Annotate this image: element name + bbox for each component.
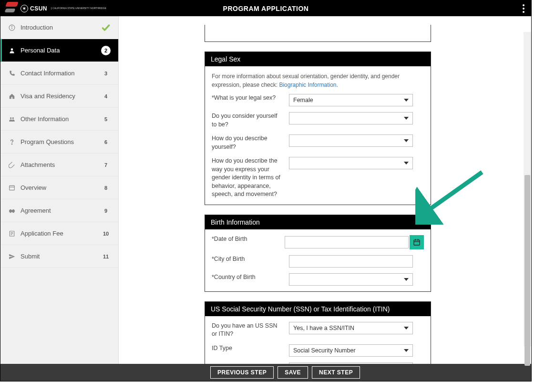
group-icon [8,116,16,123]
field-ssn-number: *SSN/ITIN [212,362,424,364]
card-body: *Date of Birth *City of Birth [205,229,431,291]
field-label: Do you consider yourself to be? [212,112,282,129]
question-icon [8,139,16,145]
main-content: Legal Sex For more information about sex… [119,16,531,364]
home-icon [8,93,16,100]
sidebar-nav: Introduction Personal Data 2 Contact Inf… [0,16,119,364]
sidebar-item-label: Attachments [21,161,101,168]
previous-step-button[interactable]: PREVIOUS STEP [210,366,274,379]
svg-point-2 [12,26,12,26]
sidebar-item-label: Agreement [21,207,101,214]
field-label: *Country of Birth [212,273,282,282]
legal-sex-select[interactable]: Female [289,94,413,106]
page-title: PROGRAM APPLICATION [223,5,309,12]
logo-subtitle: CALIFORNIA STATE UNIVERSITY NORTHRIDGE [51,7,106,10]
sidebar-item-program-questions[interactable]: Program Questions 6 [0,131,118,154]
step-badge: 11 [101,252,111,261]
field-label: How do you describe the way you express … [212,157,282,199]
field-label: Do you have an US SSN or ITIN? [212,322,282,339]
sidebar-item-label: Contact Information [21,70,101,77]
describe-yourself-select[interactable] [289,134,413,147]
consider-yourself-select[interactable] [289,112,413,124]
sidebar-item-application-fee[interactable]: Application Fee 10 [0,222,118,245]
field-id-type: ID Type Social Security Number [212,344,424,357]
step-badge: 2 [101,46,111,55]
send-icon [8,253,16,260]
partial-card-top [205,25,431,42]
sidebar-item-label: Application Fee [21,230,101,237]
svg-rect-13 [414,240,420,245]
person-icon [8,47,16,54]
overview-icon [8,185,16,191]
info-suffix: . [337,82,338,88]
gender-expression-select[interactable] [289,157,413,169]
app-window: ✶ CSUN CALIFORNIA STATE UNIVERSITY NORTH… [0,0,532,382]
ssn-card: US Social Security Number (SSN) or Tax I… [205,301,431,364]
ssn-input[interactable] [289,362,413,364]
svg-rect-7 [10,186,15,190]
scrollbar-thumb[interactable] [524,175,530,366]
sidebar-item-submit[interactable]: Submit 11 [0,245,118,268]
sidebar-item-label: Submit [21,253,101,260]
svg-point-5 [12,117,14,119]
sidebar-item-overview[interactable]: Overview 8 [0,176,118,199]
svg-point-6 [11,144,12,144]
card-header: Birth Information [205,215,431,229]
biographic-info-link[interactable]: Biographic Information [279,82,336,88]
sidebar-item-introduction[interactable]: Introduction [0,16,118,39]
field-label: *What is your legal sex? [212,94,282,103]
save-button[interactable]: SAVE [278,366,308,379]
city-of-birth-input[interactable] [289,255,413,268]
field-label: *Date of Birth [212,235,278,244]
field-country-of-birth: *Country of Birth [212,273,424,286]
body-container: Introduction Personal Data 2 Contact Inf… [0,16,531,364]
logo-text: CSUN [30,5,47,12]
legal-sex-card: Legal Sex For more information about sex… [205,52,431,205]
csun-logo: ✶ CSUN CALIFORNIA STATE UNIVERSITY NORTH… [21,5,106,12]
field-label: ID Type [212,344,282,353]
card-body: For more information about sexual orient… [205,66,431,205]
sidebar-item-attachments[interactable]: Attachments 7 [0,154,118,176]
next-step-button[interactable]: NEXT STEP [312,366,360,379]
field-consider-yourself: Do you consider yourself to be? [212,112,424,129]
sidebar-item-personal-data[interactable]: Personal Data 2 [0,39,118,62]
scrollbar-track[interactable] [524,32,531,347]
step-badge: 6 [101,137,111,147]
sidebar-item-label: Personal Data [21,47,101,54]
field-city-of-birth: *City of Birth [212,255,424,268]
card-header: Legal Sex [205,52,431,66]
step-badge: 3 [101,69,111,78]
calendar-icon [413,238,421,246]
step-badge: 10 [101,229,111,238]
field-label: *SSN/ITIN [212,362,282,364]
field-date-of-birth: *Date of Birth [212,235,424,249]
sidebar-item-label: Program Questions [21,138,101,145]
handshake-icon [8,207,16,214]
app-header: ✶ CSUN CALIFORNIA STATE UNIVERSITY NORTH… [0,0,531,16]
field-have-ssn: Do you have an US SSN or ITIN? Yes, I ha… [212,322,424,339]
kebab-menu-icon[interactable] [521,2,526,15]
csun-seal-icon: ✶ [21,5,28,12]
date-of-birth-input[interactable] [285,236,409,248]
sidebar-item-contact-information[interactable]: Contact Information 3 [0,62,118,85]
info-text: For more information about sexual orient… [212,72,424,89]
card-body: Do you have an US SSN or ITIN? Yes, I ha… [205,316,431,364]
sidebar-item-label: Overview [21,184,101,191]
field-label: *City of Birth [212,255,282,264]
sidebar-item-agreement[interactable]: Agreement 9 [0,199,118,222]
id-type-select[interactable]: Social Security Number [289,344,413,357]
paperclip-icon [8,162,16,168]
calendar-button[interactable] [410,235,424,249]
step-badge: 4 [101,92,111,101]
footer-actions: PREVIOUS STEP SAVE NEXT STEP [0,364,531,381]
info-icon [8,24,16,31]
birth-info-card: Birth Information *Date of Birth [205,215,431,292]
checkmark-icon [101,23,111,32]
sidebar-item-other-information[interactable]: Other Information 5 [0,108,118,131]
sidebar-item-visa-residency[interactable]: Visa and Residency 4 [0,85,118,108]
svg-point-4 [10,117,12,119]
sidebar-item-label: Visa and Residency [21,93,101,100]
have-ssn-select[interactable]: Yes, I have a SSN/ITIN [289,322,413,334]
country-of-birth-select[interactable] [289,273,413,286]
field-legal-sex: *What is your legal sex? Female [212,94,424,106]
